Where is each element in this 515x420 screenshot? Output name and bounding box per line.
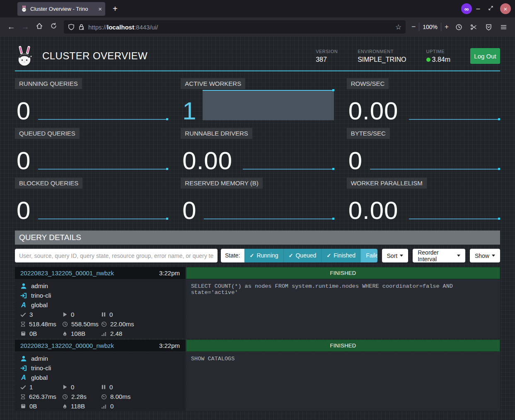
query-stats: 3 0 0 518.48ms: [20, 310, 185, 338]
trino-page: CLUSTER OVERVIEW VERSION 387 ENVIRONMENT…: [0, 36, 515, 420]
clock-icon: [62, 321, 68, 327]
query-user: admin: [20, 354, 185, 363]
new-tab-button[interactable]: +: [113, 4, 118, 14]
stat-value: 0: [17, 148, 31, 173]
query-search-input[interactable]: [15, 249, 218, 262]
wall-time: 518.48ms: [20, 319, 62, 329]
stat-value: 0: [109, 311, 113, 318]
stat-label: WORKER PARALLELISM: [347, 177, 427, 189]
history-button[interactable]: [451, 24, 466, 31]
queued-splits: 0: [101, 382, 185, 392]
pocket-button[interactable]: [481, 24, 496, 31]
query-time: 3:22pm: [159, 342, 180, 349]
stat-value: 8.00ms: [110, 393, 131, 400]
stat-card-worker-parallelism: WORKER PARALLELISM 0.00: [347, 177, 500, 223]
query-meta: admin trino-cli A global 3: [15, 279, 185, 338]
sparkline-filled: [203, 90, 334, 120]
caret-down-icon: [457, 255, 460, 257]
pocket-badge-icon: [485, 24, 492, 31]
stat-card-rows-sec: ROWS/SEC 0.00: [347, 78, 500, 124]
play-icon: [62, 384, 68, 390]
scale-icon: [20, 331, 26, 336]
sort-dropdown[interactable]: Sort: [382, 249, 409, 262]
completed-splits: 1: [20, 382, 62, 392]
cluster-header: CLUSTER OVERVIEW VERSION 387 ENVIRONMENT…: [15, 36, 500, 71]
window-restore-button[interactable]: [484, 5, 497, 12]
show-dropdown[interactable]: Show: [470, 249, 500, 262]
query-header: 20220823_132205_00001_nwbzk 3:22pm: [15, 267, 185, 279]
pause-icon: [101, 384, 106, 390]
stat-label: ROWS/SEC: [347, 78, 389, 89]
url-protocol: https://: [88, 24, 107, 31]
pause-icon: [101, 312, 106, 317]
query-time: 3:22pm: [159, 269, 180, 277]
state-failed-dropdown[interactable]: Failed: [360, 249, 377, 262]
state-queued-toggle[interactable]: ✓Queued: [283, 249, 322, 262]
browser-titlebar: Cluster Overview - Trino × + ∞ – ×: [0, 0, 515, 17]
state-filter-label: State:: [221, 249, 244, 262]
sparkline: [409, 119, 500, 120]
stat-value: 0.00: [348, 99, 399, 124]
query-user-value: admin: [31, 282, 48, 289]
browser-tab[interactable]: Cluster Overview - Trino ×: [17, 2, 105, 16]
query-resource-group: A global: [20, 300, 185, 310]
state-running-toggle[interactable]: ✓Running: [244, 249, 283, 262]
query-row: 20220823_132205_00001_nwbzk 3:22pm FINIS…: [15, 267, 500, 338]
reload-button[interactable]: [46, 22, 60, 32]
sign-in-icon: [20, 292, 27, 299]
back-button[interactable]: ←: [4, 22, 18, 32]
lock-warning-icon: [78, 24, 85, 30]
window-minimize-button[interactable]: –: [472, 5, 484, 12]
query-resource-group-value: global: [31, 301, 48, 308]
user-icon: [20, 355, 27, 362]
tab-close-icon[interactable]: ×: [98, 5, 102, 12]
stat-value: 2.28s: [71, 393, 87, 400]
stat-value: 1: [182, 99, 196, 124]
query-header: 20220823_132202_00000_nwbzk 3:22pm: [15, 340, 185, 352]
total-time: 2.28s: [62, 392, 101, 401]
uptime-block: UPTIME 3.84m: [426, 49, 450, 63]
state-queued-label: Queued: [295, 249, 316, 262]
menu-button[interactable]: [496, 24, 511, 31]
cumulative-memory: 108B: [62, 329, 101, 338]
stat-card-active-workers: ACTIVE WORKERS 1: [181, 78, 334, 124]
zoom-out-button[interactable]: −: [411, 23, 416, 31]
reorder-label: Reorder Interval: [418, 249, 455, 262]
url-bar[interactable]: https://localhost:8443/ui/ ☆: [64, 20, 406, 34]
sparkline: [204, 218, 334, 219]
zoom-level[interactable]: 100%: [423, 24, 438, 30]
stat-card-reserved-memory: RESERVED MEMORY (B) 0: [181, 177, 334, 223]
query-source-value: trino-cli: [31, 364, 51, 371]
scale-icon: [20, 403, 26, 409]
url-text[interactable]: https://localhost:8443/ui/: [88, 24, 388, 31]
state-finished-label: Finished: [334, 249, 355, 262]
stat-value: 0: [71, 311, 74, 318]
sign-in-icon: [20, 365, 27, 371]
state-finished-toggle[interactable]: ✓Finished: [321, 249, 360, 262]
cpu-time: 8.00ms: [101, 392, 185, 401]
sparkline: [38, 169, 168, 170]
window-close-button[interactable]: ×: [500, 3, 511, 14]
page-title: CLUSTER OVERVIEW: [42, 50, 316, 62]
stat-value: 2.48: [110, 330, 122, 337]
query-source: trino-cli: [20, 363, 185, 373]
stat-card-runnable-drivers: RUNNABLE DRIVERS 0.00: [181, 128, 334, 173]
screenshot-button[interactable]: [466, 24, 481, 31]
reorder-interval-dropdown[interactable]: Reorder Interval: [413, 249, 465, 262]
stat-value: 0B: [29, 403, 37, 410]
zoom-in-button[interactable]: +: [445, 23, 449, 31]
stat-card-queued-queries: QUEUED QUERIES 0: [15, 128, 168, 173]
stat-value: 3: [29, 311, 33, 318]
stat-label: RUNNABLE DRIVERS: [181, 128, 252, 139]
query-id-link[interactable]: 20220823_132205_00001_nwbzk: [20, 269, 114, 277]
logout-button[interactable]: Log Out: [470, 48, 500, 64]
forward-button[interactable]: →: [18, 22, 32, 32]
bookmark-star-icon[interactable]: ☆: [395, 23, 401, 32]
query-id-link[interactable]: 20220823_132202_00000_nwbzk: [20, 342, 114, 349]
dotted-bars-icon: [101, 331, 107, 336]
url-host: localhost: [107, 24, 134, 31]
resource-group-icon: A: [20, 301, 27, 309]
divider: [441, 23, 441, 31]
home-button[interactable]: [32, 22, 46, 32]
cpu-time: 22.00ms: [101, 319, 185, 329]
